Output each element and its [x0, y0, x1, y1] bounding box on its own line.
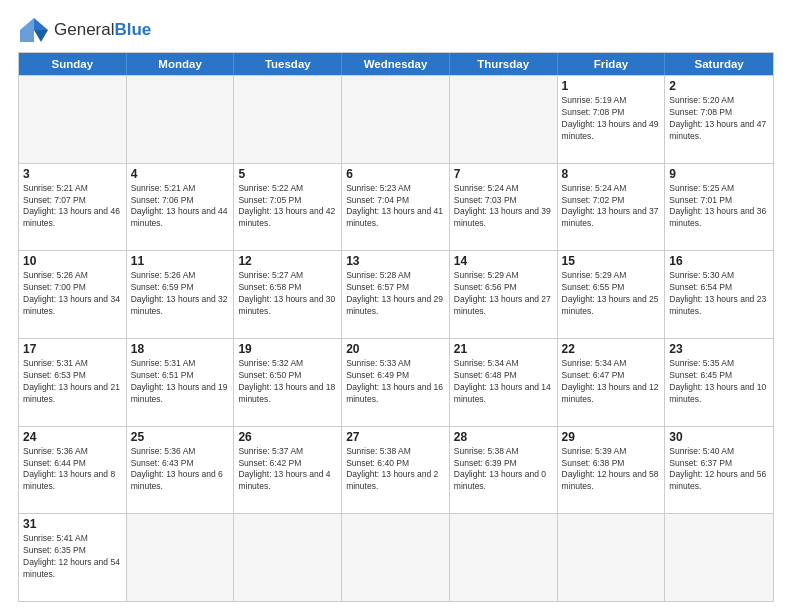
calendar-header-cell: Thursday — [450, 53, 558, 75]
calendar-week: 17Sunrise: 5:31 AMSunset: 6:53 PMDayligh… — [19, 338, 773, 426]
day-info: Sunrise: 5:38 AMSunset: 6:39 PMDaylight:… — [454, 446, 553, 494]
day-info: Sunrise: 5:29 AMSunset: 6:56 PMDaylight:… — [454, 270, 553, 318]
calendar-week: 1Sunrise: 5:19 AMSunset: 7:08 PMDaylight… — [19, 75, 773, 163]
day-number: 12 — [238, 254, 337, 268]
calendar-week: 10Sunrise: 5:26 AMSunset: 7:00 PMDayligh… — [19, 250, 773, 338]
day-number: 18 — [131, 342, 230, 356]
day-number: 28 — [454, 430, 553, 444]
day-info: Sunrise: 5:24 AMSunset: 7:03 PMDaylight:… — [454, 183, 553, 231]
svg-marker-2 — [20, 18, 34, 42]
day-number: 8 — [562, 167, 661, 181]
logo: GeneralBlue — [18, 16, 151, 44]
day-info: Sunrise: 5:36 AMSunset: 6:44 PMDaylight:… — [23, 446, 122, 494]
day-info: Sunrise: 5:31 AMSunset: 6:51 PMDaylight:… — [131, 358, 230, 406]
calendar-cell: 7Sunrise: 5:24 AMSunset: 7:03 PMDaylight… — [450, 164, 558, 251]
day-info: Sunrise: 5:31 AMSunset: 6:53 PMDaylight:… — [23, 358, 122, 406]
day-number: 17 — [23, 342, 122, 356]
calendar-cell: 8Sunrise: 5:24 AMSunset: 7:02 PMDaylight… — [558, 164, 666, 251]
day-number: 24 — [23, 430, 122, 444]
calendar-cell: 9Sunrise: 5:25 AMSunset: 7:01 PMDaylight… — [665, 164, 773, 251]
calendar-cell: 2Sunrise: 5:20 AMSunset: 7:08 PMDaylight… — [665, 76, 773, 163]
day-number: 26 — [238, 430, 337, 444]
calendar-week: 31Sunrise: 5:41 AMSunset: 6:35 PMDayligh… — [19, 513, 773, 601]
calendar-cell: 5Sunrise: 5:22 AMSunset: 7:05 PMDaylight… — [234, 164, 342, 251]
calendar-cell: 13Sunrise: 5:28 AMSunset: 6:57 PMDayligh… — [342, 251, 450, 338]
calendar-cell: 25Sunrise: 5:36 AMSunset: 6:43 PMDayligh… — [127, 427, 235, 514]
day-info: Sunrise: 5:36 AMSunset: 6:43 PMDaylight:… — [131, 446, 230, 494]
calendar-cell: 31Sunrise: 5:41 AMSunset: 6:35 PMDayligh… — [19, 514, 127, 601]
day-number: 11 — [131, 254, 230, 268]
day-number: 30 — [669, 430, 769, 444]
calendar-cell: 26Sunrise: 5:37 AMSunset: 6:42 PMDayligh… — [234, 427, 342, 514]
day-info: Sunrise: 5:39 AMSunset: 6:38 PMDaylight:… — [562, 446, 661, 494]
svg-marker-1 — [34, 30, 48, 42]
day-number: 21 — [454, 342, 553, 356]
calendar-cell: 29Sunrise: 5:39 AMSunset: 6:38 PMDayligh… — [558, 427, 666, 514]
day-number: 4 — [131, 167, 230, 181]
calendar-cell: 4Sunrise: 5:21 AMSunset: 7:06 PMDaylight… — [127, 164, 235, 251]
calendar-cell: 24Sunrise: 5:36 AMSunset: 6:44 PMDayligh… — [19, 427, 127, 514]
calendar-cell: 14Sunrise: 5:29 AMSunset: 6:56 PMDayligh… — [450, 251, 558, 338]
day-info: Sunrise: 5:19 AMSunset: 7:08 PMDaylight:… — [562, 95, 661, 143]
calendar-cell — [19, 76, 127, 163]
calendar-cell — [127, 76, 235, 163]
day-number: 7 — [454, 167, 553, 181]
day-number: 23 — [669, 342, 769, 356]
day-number: 20 — [346, 342, 445, 356]
day-info: Sunrise: 5:26 AMSunset: 7:00 PMDaylight:… — [23, 270, 122, 318]
calendar-cell — [450, 514, 558, 601]
logo-icon — [18, 16, 50, 44]
calendar-cell: 16Sunrise: 5:30 AMSunset: 6:54 PMDayligh… — [665, 251, 773, 338]
calendar-header-row: SundayMondayTuesdayWednesdayThursdayFrid… — [19, 53, 773, 75]
day-number: 13 — [346, 254, 445, 268]
calendar-cell: 3Sunrise: 5:21 AMSunset: 7:07 PMDaylight… — [19, 164, 127, 251]
day-number: 9 — [669, 167, 769, 181]
day-info: Sunrise: 5:40 AMSunset: 6:37 PMDaylight:… — [669, 446, 769, 494]
calendar-cell: 15Sunrise: 5:29 AMSunset: 6:55 PMDayligh… — [558, 251, 666, 338]
day-info: Sunrise: 5:21 AMSunset: 7:07 PMDaylight:… — [23, 183, 122, 231]
day-number: 5 — [238, 167, 337, 181]
calendar-week: 24Sunrise: 5:36 AMSunset: 6:44 PMDayligh… — [19, 426, 773, 514]
day-number: 31 — [23, 517, 122, 531]
day-number: 15 — [562, 254, 661, 268]
calendar-cell — [558, 514, 666, 601]
calendar-cell: 1Sunrise: 5:19 AMSunset: 7:08 PMDaylight… — [558, 76, 666, 163]
day-number: 2 — [669, 79, 769, 93]
calendar-body: 1Sunrise: 5:19 AMSunset: 7:08 PMDaylight… — [19, 75, 773, 601]
day-info: Sunrise: 5:34 AMSunset: 6:47 PMDaylight:… — [562, 358, 661, 406]
calendar-cell: 11Sunrise: 5:26 AMSunset: 6:59 PMDayligh… — [127, 251, 235, 338]
calendar-cell: 19Sunrise: 5:32 AMSunset: 6:50 PMDayligh… — [234, 339, 342, 426]
calendar-cell — [342, 514, 450, 601]
day-info: Sunrise: 5:21 AMSunset: 7:06 PMDaylight:… — [131, 183, 230, 231]
day-info: Sunrise: 5:38 AMSunset: 6:40 PMDaylight:… — [346, 446, 445, 494]
day-number: 16 — [669, 254, 769, 268]
calendar: SundayMondayTuesdayWednesdayThursdayFrid… — [18, 52, 774, 602]
logo-text: GeneralBlue — [54, 21, 151, 40]
page: GeneralBlue SundayMondayTuesdayWednesday… — [0, 0, 792, 612]
calendar-cell — [665, 514, 773, 601]
calendar-cell: 28Sunrise: 5:38 AMSunset: 6:39 PMDayligh… — [450, 427, 558, 514]
day-info: Sunrise: 5:24 AMSunset: 7:02 PMDaylight:… — [562, 183, 661, 231]
day-info: Sunrise: 5:27 AMSunset: 6:58 PMDaylight:… — [238, 270, 337, 318]
header: GeneralBlue — [18, 16, 774, 44]
day-info: Sunrise: 5:32 AMSunset: 6:50 PMDaylight:… — [238, 358, 337, 406]
day-info: Sunrise: 5:20 AMSunset: 7:08 PMDaylight:… — [669, 95, 769, 143]
calendar-header-cell: Saturday — [665, 53, 773, 75]
calendar-cell — [450, 76, 558, 163]
day-number: 27 — [346, 430, 445, 444]
svg-marker-0 — [34, 18, 48, 30]
calendar-header-cell: Tuesday — [234, 53, 342, 75]
calendar-cell: 23Sunrise: 5:35 AMSunset: 6:45 PMDayligh… — [665, 339, 773, 426]
calendar-cell: 18Sunrise: 5:31 AMSunset: 6:51 PMDayligh… — [127, 339, 235, 426]
calendar-cell — [127, 514, 235, 601]
day-number: 22 — [562, 342, 661, 356]
day-number: 25 — [131, 430, 230, 444]
calendar-cell: 20Sunrise: 5:33 AMSunset: 6:49 PMDayligh… — [342, 339, 450, 426]
day-info: Sunrise: 5:25 AMSunset: 7:01 PMDaylight:… — [669, 183, 769, 231]
calendar-cell: 21Sunrise: 5:34 AMSunset: 6:48 PMDayligh… — [450, 339, 558, 426]
calendar-cell: 17Sunrise: 5:31 AMSunset: 6:53 PMDayligh… — [19, 339, 127, 426]
day-info: Sunrise: 5:22 AMSunset: 7:05 PMDaylight:… — [238, 183, 337, 231]
calendar-cell — [342, 76, 450, 163]
day-number: 6 — [346, 167, 445, 181]
calendar-cell: 27Sunrise: 5:38 AMSunset: 6:40 PMDayligh… — [342, 427, 450, 514]
